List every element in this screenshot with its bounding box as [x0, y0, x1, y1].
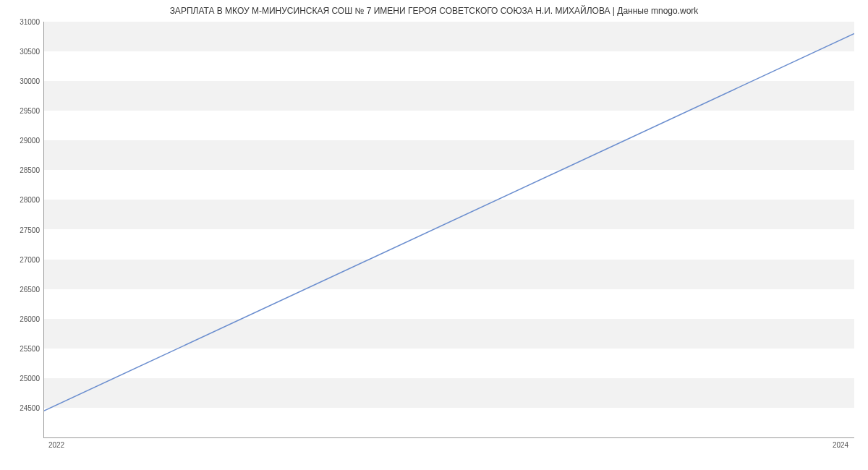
y-tick-label: 25000: [4, 374, 40, 382]
x-tick-label: 2024: [833, 441, 848, 449]
y-tick-label: 30500: [4, 48, 40, 56]
y-tick-label: 29000: [4, 137, 40, 145]
y-tick-label: 27000: [4, 255, 40, 263]
y-tick-label: 26500: [4, 285, 40, 293]
y-tick-label: 26000: [4, 315, 40, 322]
x-tick-label: 2022: [48, 441, 64, 449]
y-tick-label: 29500: [4, 107, 40, 115]
y-tick-label: 28500: [4, 166, 40, 174]
y-tick-label: 28000: [4, 196, 40, 204]
chart-container: ЗАРПЛАТА В МКОУ М-МИНУСИНСКАЯ СОШ № 7 ИМ…: [0, 0, 868, 470]
plot-inner: [44, 22, 854, 437]
y-tick-label: 30000: [4, 77, 40, 85]
chart-line-layer: [44, 22, 854, 437]
y-tick-label: 24500: [4, 403, 40, 411]
y-tick-label: 31000: [4, 18, 40, 26]
chart-series-line: [44, 33, 854, 411]
y-tick-label: 25500: [4, 344, 40, 352]
y-tick-label: 27500: [4, 226, 40, 234]
plot-area: [43, 22, 854, 438]
chart-title: ЗАРПЛАТА В МКОУ М-МИНУСИНСКАЯ СОШ № 7 ИМ…: [0, 6, 868, 16]
